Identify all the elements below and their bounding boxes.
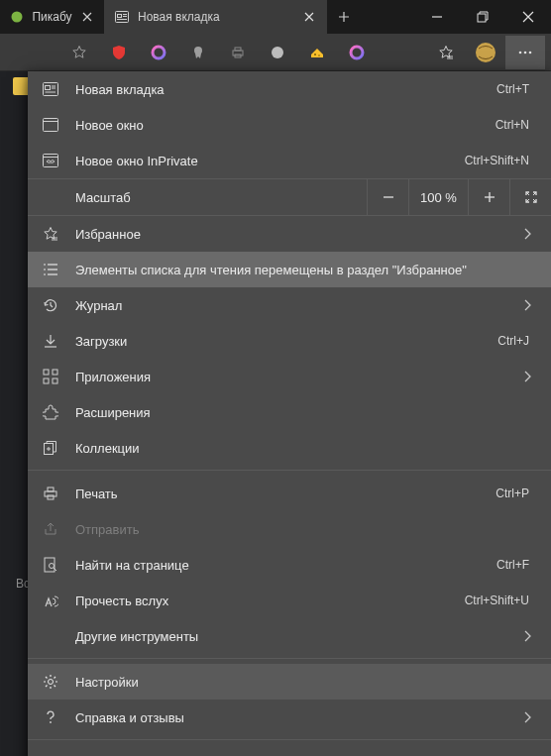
menu-extensions[interactable]: Расширения — [28, 394, 551, 430]
menu-accel: Ctrl+Shift+U — [465, 594, 529, 607]
menu-zoom-row: Масштаб 100 % — [28, 178, 551, 216]
new-tab-icon — [42, 80, 59, 98]
help-icon — [42, 708, 59, 726]
chevron-right-icon — [519, 630, 535, 642]
ext-cheese-icon[interactable] — [297, 36, 337, 69]
menu-apps[interactable]: Приложения — [28, 359, 551, 394]
menu-accel: Ctrl+P — [496, 486, 529, 500]
menu-label: Другие инструменты — [75, 629, 503, 644]
zoom-value: 100 % — [408, 178, 468, 216]
app-menu: Новая вкладка Ctrl+T Новое окно Ctrl+N Н… — [28, 71, 551, 756]
svg-rect-46 — [44, 378, 49, 383]
menu-collections[interactable]: Коллекции — [28, 430, 551, 466]
fullscreen-button[interactable] — [509, 178, 551, 216]
ext-globe-icon[interactable] — [258, 36, 297, 69]
svg-rect-44 — [44, 370, 49, 375]
new-window-icon — [42, 116, 59, 134]
menu-label: Элементы списка для чтения перемещены в … — [75, 263, 535, 277]
favicon-pikabu — [10, 9, 24, 25]
chevron-right-icon — [519, 711, 535, 723]
svg-rect-30 — [44, 155, 58, 167]
star-outline-icon[interactable] — [59, 36, 99, 69]
menu-label: Расширения — [75, 405, 535, 420]
tab-close-icon[interactable] — [80, 9, 94, 25]
menu-accel: Ctrl+T — [496, 82, 529, 96]
menu-accel: Ctrl+J — [497, 334, 529, 348]
window-minimize-button[interactable] — [414, 0, 460, 34]
new-tab-button[interactable] — [327, 0, 361, 34]
menu-label: Новое окно — [75, 118, 480, 133]
menu-label: Отправить — [75, 522, 535, 537]
svg-rect-24 — [46, 86, 51, 90]
title-bar: Пикабу Новая вкладка — [0, 0, 551, 34]
menu-label: Загрузки — [75, 334, 482, 349]
menu-label: Приложения — [75, 370, 503, 384]
favorites-star-icon[interactable] — [426, 36, 466, 69]
menu-favorites[interactable]: Избранное — [28, 216, 551, 252]
menu-accel: Ctrl+F — [496, 558, 529, 572]
svg-point-0 — [12, 12, 23, 23]
find-icon — [42, 556, 59, 574]
window-maximize-button[interactable] — [460, 0, 505, 34]
tab-close-icon[interactable] — [301, 9, 317, 25]
svg-rect-47 — [53, 378, 57, 383]
ext-circle2-icon[interactable] — [337, 36, 377, 69]
tab-label: Новая вкладка — [138, 10, 220, 24]
menu-label: Журнал — [75, 298, 503, 313]
print-icon — [42, 485, 59, 502]
svg-point-55 — [50, 564, 55, 569]
chevron-right-icon — [519, 299, 535, 311]
svg-point-9 — [194, 47, 202, 54]
ext-circle1-icon[interactable] — [139, 36, 178, 69]
menu-label: Коллекции — [75, 441, 535, 456]
menu-new-tab[interactable]: Новая вкладка Ctrl+T — [28, 71, 551, 107]
ext-printer-icon[interactable] — [218, 36, 258, 69]
zoom-out-button[interactable] — [367, 178, 408, 216]
read-aloud-icon — [42, 592, 59, 609]
svg-rect-28 — [44, 119, 58, 132]
menu-accel: Ctrl+N — [496, 118, 529, 132]
menu-help[interactable]: Справка и отзывы — [28, 700, 551, 735]
ext-adblock-icon[interactable] — [99, 36, 139, 69]
svg-rect-2 — [118, 15, 122, 18]
menu-find[interactable]: Найти на странице Ctrl+F — [28, 547, 551, 583]
menu-print[interactable]: Печать Ctrl+P — [28, 476, 551, 511]
ext-badge-icon[interactable] — [178, 36, 218, 69]
menu-more-tools[interactable]: Другие инструменты — [28, 618, 551, 654]
svg-point-14 — [314, 54, 316, 55]
share-icon — [42, 520, 59, 538]
gear-icon — [42, 673, 59, 691]
chevron-right-icon — [519, 371, 535, 382]
window-controls — [414, 0, 551, 34]
tab-new[interactable]: Новая вкладка — [104, 0, 327, 34]
collections-icon — [42, 439, 59, 457]
tab-pikabu[interactable]: Пикабу — [0, 0, 104, 34]
menu-downloads[interactable]: Загрузки Ctrl+J — [28, 323, 551, 359]
menu-accel: Ctrl+Shift+N — [465, 154, 529, 167]
menu-close-edge[interactable]: Закрыть Microsoft Edge — [28, 745, 551, 756]
svg-rect-52 — [48, 487, 54, 491]
menu-label: Справка и отзывы — [75, 710, 503, 725]
zoom-label: Масштаб — [75, 190, 367, 205]
svg-point-20 — [519, 51, 522, 54]
toolbar — [0, 34, 551, 71]
zoom-in-button[interactable] — [468, 178, 509, 216]
more-menu-button[interactable] — [505, 36, 545, 69]
chevron-right-icon — [519, 228, 535, 240]
menu-settings[interactable]: Настройки — [28, 664, 551, 700]
menu-label: Прочесть вслух — [75, 594, 449, 608]
menu-label: Новое окно InPrivate — [75, 154, 449, 168]
reading-list-icon — [42, 261, 59, 278]
menu-history[interactable]: Журнал — [28, 287, 551, 323]
star-icon — [42, 225, 59, 243]
favicon-newtab-icon — [114, 9, 130, 25]
svg-rect-45 — [53, 370, 57, 375]
menu-read-aloud[interactable]: Прочесть вслух Ctrl+Shift+U — [28, 583, 551, 618]
svg-point-15 — [318, 54, 320, 56]
menu-new-inprivate[interactable]: Новое окно InPrivate Ctrl+Shift+N — [28, 143, 551, 178]
menu-reading-list-moved[interactable]: Элементы списка для чтения перемещены в … — [28, 252, 551, 287]
menu-new-window[interactable]: Новое окно Ctrl+N — [28, 107, 551, 143]
svg-point-16 — [351, 47, 363, 58]
profile-avatar[interactable] — [466, 36, 505, 69]
window-close-button[interactable] — [505, 0, 551, 34]
